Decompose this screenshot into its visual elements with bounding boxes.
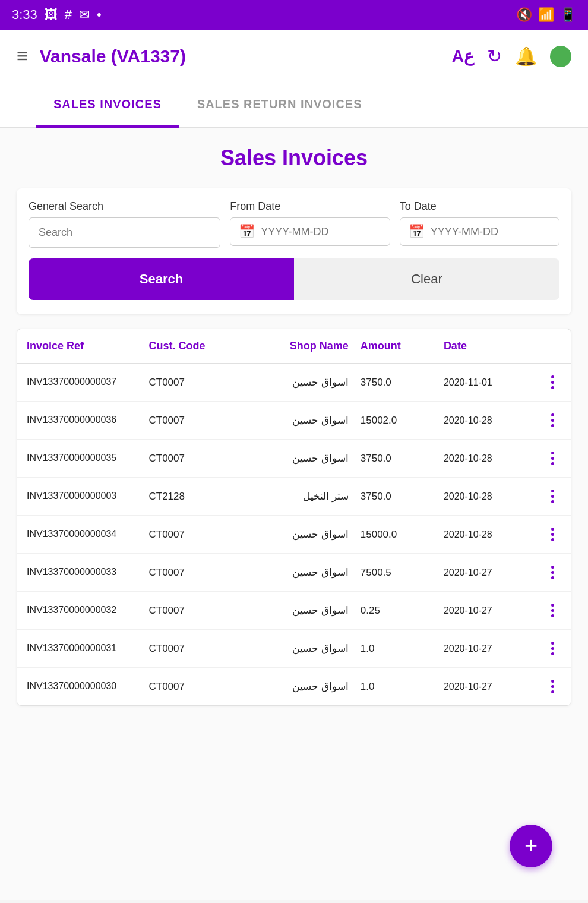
cell-ref: INV13370000000035 <box>27 452 149 465</box>
cell-cust: CT2128 <box>149 491 238 503</box>
cell-amount: 1.0 <box>349 681 444 693</box>
search-section: General Search From Date 📅 To Date 📅 Sea… <box>17 188 571 314</box>
cell-amount: 0.25 <box>349 605 444 617</box>
to-date-input[interactable] <box>431 226 551 238</box>
table-row[interactable]: INV13370000000031 CT0007 اسواق حسين 1.0 … <box>17 630 571 668</box>
cell-cust: CT0007 <box>149 567 238 579</box>
top-bar: ≡ Vansale (VA1337) Aع ↻ 🔔 <box>0 30 588 83</box>
button-row: Search Clear <box>29 258 559 300</box>
cell-shop: ستر النخيل <box>238 490 349 503</box>
cell-action[interactable] <box>543 375 561 389</box>
to-date-calendar-icon: 📅 <box>409 224 425 239</box>
from-date-calendar-icon: 📅 <box>239 224 255 239</box>
from-date-field: From Date 📅 <box>230 200 390 248</box>
cell-shop: اسواق حسين <box>238 414 349 427</box>
cell-amount: 3750.0 <box>349 453 444 465</box>
table-row[interactable]: INV13370000000034 CT0007 اسواق حسين 1500… <box>17 516 571 554</box>
cell-shop: اسواق حسين <box>238 528 349 541</box>
cell-shop: اسواق حسين <box>238 680 349 693</box>
cell-date: 2020-10-27 <box>444 643 543 654</box>
cell-cust: CT0007 <box>149 377 238 389</box>
cell-date: 2020-10-28 <box>444 453 543 464</box>
to-date-wrapper[interactable]: 📅 <box>400 217 559 246</box>
table-row[interactable]: INV13370000000035 CT0007 اسواق حسين 3750… <box>17 440 571 478</box>
general-search-field: General Search <box>29 200 220 248</box>
table-row[interactable]: INV13370000000036 CT0007 اسواق حسين 1500… <box>17 402 571 440</box>
cell-shop: اسواق حسين <box>238 642 349 655</box>
cell-date: 2020-10-27 <box>444 605 543 616</box>
general-search-label: General Search <box>29 200 220 213</box>
header-amount: Amount <box>349 340 444 352</box>
cell-shop: اسواق حسين <box>238 452 349 465</box>
cell-ref: INV13370000000034 <box>27 528 149 541</box>
more-options-icon[interactable] <box>543 490 561 503</box>
translate-button[interactable]: Aع <box>452 46 474 66</box>
more-options-icon[interactable] <box>543 566 561 579</box>
more-options-icon[interactable] <box>543 452 561 465</box>
status-time: 3:33 <box>12 7 37 23</box>
signal-icon: 📱 <box>560 7 576 23</box>
cell-ref: INV13370000000036 <box>27 413 149 427</box>
more-options-icon[interactable] <box>543 375 561 389</box>
search-button[interactable]: Search <box>29 258 294 300</box>
header-shop: Shop Name <box>238 340 349 352</box>
cell-amount: 3750.0 <box>349 377 444 389</box>
refresh-button[interactable]: ↻ <box>487 46 502 67</box>
invoice-table: Invoice Ref Cust. Code Shop Name Amount … <box>17 329 571 706</box>
cell-cust: CT0007 <box>149 643 238 655</box>
cell-cust: CT0007 <box>149 453 238 465</box>
table-row[interactable]: INV13370000000030 CT0007 اسواق حسين 1.0 … <box>17 668 571 705</box>
cell-action[interactable] <box>543 413 561 427</box>
cell-ref: INV13370000000031 <box>27 642 149 655</box>
cell-action[interactable] <box>543 452 561 465</box>
page-title: Sales Invoices <box>17 146 571 171</box>
cell-action[interactable] <box>543 604 561 617</box>
mute-icon: 🔇 <box>516 7 532 23</box>
to-date-field: To Date 📅 <box>400 200 559 248</box>
tab-sales-invoices[interactable]: SALES INVOICES <box>36 83 179 128</box>
header-date: Date <box>444 340 543 352</box>
status-indicator <box>550 46 571 67</box>
add-invoice-fab[interactable]: + <box>510 825 552 867</box>
table-row[interactable]: INV13370000000032 CT0007 اسواق حسين 0.25… <box>17 592 571 630</box>
notification-button[interactable]: 🔔 <box>515 46 537 67</box>
status-mail-icon: ✉ <box>79 7 90 23</box>
cell-ref: INV13370000000037 <box>27 375 149 389</box>
more-options-icon[interactable] <box>543 528 561 541</box>
cell-shop: اسواق حسين <box>238 566 349 579</box>
table-header: Invoice Ref Cust. Code Shop Name Amount … <box>17 329 571 364</box>
menu-button[interactable]: ≡ <box>17 45 28 67</box>
cell-cust: CT0007 <box>149 529 238 541</box>
cell-action[interactable] <box>543 528 561 541</box>
from-date-wrapper[interactable]: 📅 <box>230 217 390 246</box>
more-options-icon[interactable] <box>543 413 561 427</box>
cell-ref: INV13370000000033 <box>27 566 149 579</box>
from-date-input[interactable] <box>261 226 381 238</box>
table-row[interactable]: INV13370000000033 CT0007 اسواق حسين 7500… <box>17 554 571 592</box>
tabs-container: SALES INVOICES SALES RETURN INVOICES <box>0 83 588 128</box>
tab-sales-return-invoices[interactable]: SALES RETURN INVOICES <box>179 83 380 128</box>
clear-button[interactable]: Clear <box>294 258 559 300</box>
general-search-input[interactable] <box>29 217 220 248</box>
cell-shop: اسواق حسين <box>238 376 349 389</box>
cell-date: 2020-10-28 <box>444 491 543 502</box>
cell-action[interactable] <box>543 490 561 503</box>
more-options-icon[interactable] <box>543 604 561 617</box>
cell-ref: INV13370000000003 <box>27 490 149 503</box>
more-options-icon[interactable] <box>543 680 561 693</box>
cell-ref: INV13370000000032 <box>27 604 149 617</box>
table-row[interactable]: INV13370000000003 CT2128 ستر النخيل 3750… <box>17 478 571 516</box>
cell-cust: CT0007 <box>149 605 238 617</box>
status-dot-icon: • <box>97 7 102 23</box>
cell-action[interactable] <box>543 566 561 579</box>
from-date-label: From Date <box>230 200 390 213</box>
add-icon: + <box>524 834 538 857</box>
table-row[interactable]: INV13370000000037 CT0007 اسواق حسين 3750… <box>17 364 571 402</box>
header-ref: Invoice Ref <box>27 340 149 352</box>
cell-amount: 15000.0 <box>349 529 444 541</box>
more-options-icon[interactable] <box>543 642 561 655</box>
cell-action[interactable] <box>543 642 561 655</box>
wifi-icon: 📶 <box>538 7 554 23</box>
cell-action[interactable] <box>543 680 561 693</box>
status-hash-icon: # <box>65 7 72 23</box>
